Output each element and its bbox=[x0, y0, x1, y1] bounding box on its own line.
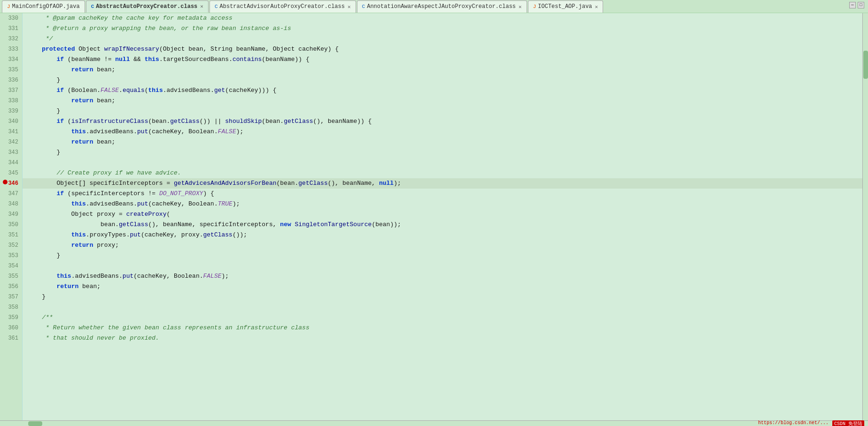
ln-358: 358 bbox=[2, 302, 18, 312]
ln-333: 333 bbox=[2, 44, 18, 54]
code-line-353: } bbox=[23, 251, 862, 261]
ln-356: 356 bbox=[2, 281, 18, 292]
ln-357: 357 bbox=[2, 292, 18, 302]
code-line-343: } bbox=[23, 147, 862, 158]
ln-335: 335 bbox=[2, 65, 18, 75]
ln-331: 331 bbox=[2, 23, 18, 34]
code-line-358 bbox=[23, 302, 862, 312]
close-tab-4[interactable]: ✕ bbox=[595, 4, 598, 10]
ln-340: 340 bbox=[2, 116, 18, 127]
ln-355: 355 bbox=[2, 271, 18, 281]
class-file-icon-2: C bbox=[215, 4, 218, 9]
close-tab-3[interactable]: ✕ bbox=[519, 4, 522, 10]
ln-345: 345 bbox=[2, 168, 18, 178]
ln-337: 337 bbox=[2, 85, 18, 96]
restore-button[interactable]: □ bbox=[858, 2, 864, 8]
code-area[interactable]: * @param cacheKey the cache key for meta… bbox=[23, 13, 862, 426]
code-line-334: if (beanName != null && this.targetSourc… bbox=[23, 54, 862, 65]
code-line-338: return bean; bbox=[23, 96, 862, 106]
tab-label-annotation-aware: AnnotationAwareAspectJAutoProxyCreator.c… bbox=[367, 3, 516, 10]
ln-338: 338 bbox=[2, 96, 18, 106]
code-line-348: this.advisedBeans.put(cacheKey, Boolean.… bbox=[23, 199, 862, 209]
code-line-342: return bean; bbox=[23, 137, 862, 147]
ln-339: 339 bbox=[2, 106, 18, 116]
code-line-354 bbox=[23, 261, 862, 271]
ln-341: 341 bbox=[2, 127, 18, 137]
code-line-337: if (Boolean.FALSE.equals(this.advisedBea… bbox=[23, 85, 862, 96]
code-line-360: * Return whether the given bean class re… bbox=[23, 323, 862, 333]
ln-352: 352 bbox=[2, 240, 18, 251]
ln-343: 343 bbox=[2, 147, 18, 158]
code-line-331: * @return a proxy wrapping the bean, or … bbox=[23, 23, 862, 34]
code-line-333: protected Object wrapIfNecessary(Object … bbox=[23, 44, 862, 54]
tab-label-abstract-auto-proxy: AbstractAutoProxyCreator.class bbox=[96, 3, 197, 10]
code-line-332: */ bbox=[23, 34, 862, 44]
line-numbers: 330 331 332 333 334 335 336 337 338 339 … bbox=[0, 13, 23, 426]
close-tab-2[interactable]: ✕ bbox=[348, 4, 351, 10]
minimize-button[interactable]: ─ bbox=[849, 2, 856, 8]
ln-332: 332 bbox=[2, 34, 18, 44]
tab-label-abstract-advisor: AbstractAdvisorAutoProxyCreator.class bbox=[220, 3, 345, 10]
ln-334: 334 bbox=[2, 54, 18, 65]
class-file-icon-3: C bbox=[362, 4, 365, 9]
status-bar: https://blog.csdn.net/... CSDN 免登陆 bbox=[758, 420, 868, 426]
tab-bar: J MainConfigOfAOP.java C AbstractAutoPro… bbox=[0, 0, 868, 13]
code-line-349: Object proxy = createProxy( bbox=[23, 209, 862, 220]
code-line-346: Object[] specificInterceptors = getAdvic… bbox=[23, 178, 862, 189]
code-line-359: /** bbox=[23, 312, 862, 323]
horizontal-scrollbar[interactable]: https://blog.csdn.net/... CSDN 免登陆 bbox=[0, 420, 868, 426]
code-line-361: * that should never be proxied. bbox=[23, 333, 862, 343]
ln-346: 346 bbox=[2, 178, 18, 189]
csdn-badge: CSDN 免登陆 bbox=[832, 420, 864, 426]
tab-label-main-config: MainConfigOfAOP.java bbox=[12, 3, 80, 10]
code-line-356: return bean; bbox=[23, 281, 862, 292]
window-controls: ─ □ bbox=[849, 2, 864, 8]
code-line-357: } bbox=[23, 292, 862, 302]
code-line-336: } bbox=[23, 75, 862, 85]
close-tab-1[interactable]: ✕ bbox=[200, 3, 203, 9]
ln-351: 351 bbox=[2, 230, 18, 240]
code-line-340: if (isInfrastructureClass(bean.getClass(… bbox=[23, 116, 862, 127]
code-line-335: return bean; bbox=[23, 65, 862, 75]
code-line-351: this.proxyTypes.put(cacheKey, proxy.getC… bbox=[23, 230, 862, 240]
vertical-scrollbar[interactable] bbox=[862, 13, 868, 426]
java-file-icon-2: J bbox=[533, 4, 536, 9]
ln-353: 353 bbox=[2, 251, 18, 261]
ln-336: 336 bbox=[2, 75, 18, 85]
tab-annotation-aware[interactable]: C AnnotationAwareAspectJAutoProxyCreator… bbox=[357, 0, 527, 13]
editor-container: 330 331 332 333 334 335 336 337 338 339 … bbox=[0, 13, 868, 426]
tab-abstract-auto-proxy[interactable]: C AbstractAutoProxyCreator.class ✕ bbox=[86, 0, 209, 13]
vertical-scroll-thumb[interactable] bbox=[863, 51, 868, 79]
code-line-345: // Create proxy if we have advice. bbox=[23, 168, 862, 178]
tab-main-config[interactable]: J MainConfigOfAOP.java bbox=[2, 0, 85, 13]
ln-354: 354 bbox=[2, 261, 18, 271]
code-line-352: return proxy; bbox=[23, 240, 862, 251]
code-line-355: this.advisedBeans.put(cacheKey, Boolean.… bbox=[23, 271, 862, 281]
tab-ioc-test[interactable]: J IOCTest_AOP.java ✕ bbox=[528, 0, 603, 13]
ln-344: 344 bbox=[2, 158, 18, 168]
ln-342: 342 bbox=[2, 137, 18, 147]
ln-349: 349 bbox=[2, 209, 18, 220]
code-line-330: * @param cacheKey the cache key for meta… bbox=[23, 13, 862, 23]
class-file-icon-1: C bbox=[91, 4, 94, 9]
tab-abstract-advisor[interactable]: C AbstractAdvisorAutoProxyCreator.class … bbox=[209, 0, 356, 13]
code-line-347: if (specificInterceptors != DO_NOT_PROXY… bbox=[23, 189, 862, 199]
ln-330: 330 bbox=[2, 13, 18, 23]
horizontal-scroll-thumb[interactable] bbox=[28, 421, 42, 426]
ln-350: 350 bbox=[2, 220, 18, 230]
tab-label-ioc-test: IOCTest_AOP.java bbox=[538, 3, 592, 10]
ln-348: 348 bbox=[2, 199, 18, 209]
ln-361: 361 bbox=[2, 333, 18, 343]
code-line-350: bean.getClass(), beanName, specificInter… bbox=[23, 220, 862, 230]
ln-360: 360 bbox=[2, 323, 18, 333]
java-file-icon: J bbox=[7, 4, 10, 9]
code-line-339: } bbox=[23, 106, 862, 116]
ln-347: 347 bbox=[2, 189, 18, 199]
code-line-341: this.advisedBeans.put(cacheKey, Boolean.… bbox=[23, 127, 862, 137]
status-url: https://blog.csdn.net/... bbox=[758, 420, 829, 426]
ln-359: 359 bbox=[2, 312, 18, 323]
code-line-344 bbox=[23, 158, 862, 168]
